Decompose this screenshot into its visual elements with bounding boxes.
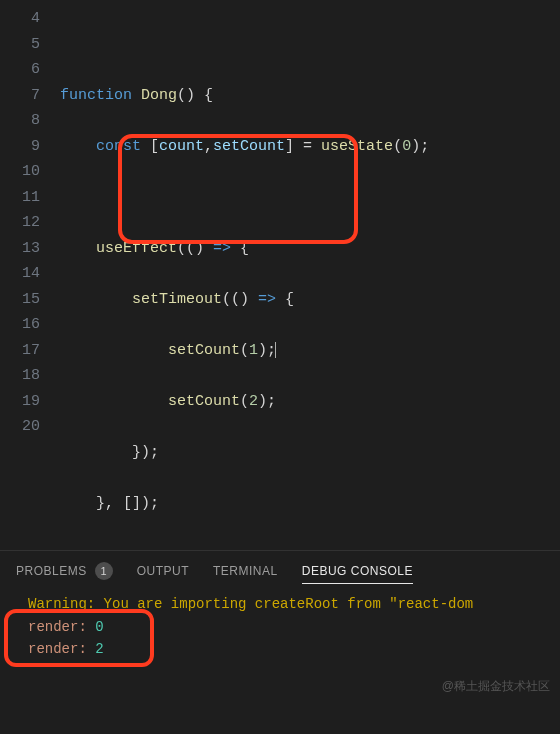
line-number: 9 bbox=[0, 134, 40, 160]
line-number: 4 bbox=[0, 6, 40, 32]
tab-label: OUTPUT bbox=[137, 561, 189, 581]
keyword: function bbox=[60, 87, 132, 104]
panel-tabs: PROBLEMS 1 OUTPUT TERMINAL DEBUG CONSOLE bbox=[0, 551, 560, 587]
punct: () { bbox=[177, 87, 213, 104]
punct: ( bbox=[393, 138, 402, 155]
tab-label: PROBLEMS bbox=[16, 561, 87, 581]
punct: } bbox=[96, 495, 105, 512]
punct: ); bbox=[411, 138, 429, 155]
arrow: => bbox=[213, 240, 231, 257]
punct: , []); bbox=[105, 495, 159, 512]
function-call: useEffect bbox=[96, 240, 177, 257]
punct: { bbox=[231, 240, 249, 257]
line-number: 15 bbox=[0, 287, 40, 313]
arrow: => bbox=[258, 291, 276, 308]
console-line: render: 0 bbox=[28, 616, 550, 638]
line-number: 12 bbox=[0, 210, 40, 236]
line-number: 10 bbox=[0, 159, 40, 185]
variable: setCount bbox=[213, 138, 285, 155]
punct: , bbox=[204, 138, 213, 155]
bottom-panel: PROBLEMS 1 OUTPUT TERMINAL DEBUG CONSOLE… bbox=[0, 550, 560, 734]
text-cursor-icon bbox=[275, 342, 276, 358]
punct: ( bbox=[240, 342, 249, 359]
function-call: setCount bbox=[168, 393, 240, 410]
punct: } bbox=[132, 444, 141, 461]
function-call: setCount bbox=[168, 342, 240, 359]
punct: ] = bbox=[285, 138, 321, 155]
punct: (() bbox=[222, 291, 258, 308]
line-number: 5 bbox=[0, 32, 40, 58]
debug-console-output[interactable]: Warning: You are importing createRoot fr… bbox=[0, 587, 560, 660]
function-name: Dong bbox=[141, 87, 177, 104]
function-call: useState bbox=[321, 138, 393, 155]
punct: ); bbox=[258, 393, 276, 410]
function-call: setTimeout bbox=[132, 291, 222, 308]
punct: { bbox=[276, 291, 294, 308]
line-number: 6 bbox=[0, 57, 40, 83]
punct: ); bbox=[141, 444, 159, 461]
code-content[interactable]: function Dong() { const [count,setCount]… bbox=[60, 6, 560, 550]
line-number: 7 bbox=[0, 83, 40, 109]
punct: (() bbox=[177, 240, 213, 257]
line-number-gutter: 4 5 6 7 8 9 10 11 12 13 14 15 16 17 18 1… bbox=[0, 6, 60, 550]
console-label: render: bbox=[28, 619, 87, 635]
line-number: 11 bbox=[0, 185, 40, 211]
number: 1 bbox=[249, 342, 258, 359]
line-number: 17 bbox=[0, 338, 40, 364]
punct: ( bbox=[240, 393, 249, 410]
tab-label: TERMINAL bbox=[213, 561, 278, 581]
console-value: 2 bbox=[87, 641, 104, 657]
line-number: 19 bbox=[0, 389, 40, 415]
tab-output[interactable]: OUTPUT bbox=[137, 561, 189, 581]
punct: ); bbox=[258, 342, 276, 359]
line-number: 16 bbox=[0, 312, 40, 338]
line-number: 18 bbox=[0, 363, 40, 389]
console-warning: Warning: You are importing createRoot fr… bbox=[28, 593, 550, 615]
tab-debug-console[interactable]: DEBUG CONSOLE bbox=[302, 561, 413, 584]
variable: count bbox=[159, 138, 204, 155]
keyword: const bbox=[96, 138, 141, 155]
line-number: 13 bbox=[0, 236, 40, 262]
line-number: 20 bbox=[0, 414, 40, 440]
line-number: 8 bbox=[0, 108, 40, 134]
console-label: render: bbox=[28, 641, 87, 657]
tab-problems[interactable]: PROBLEMS 1 bbox=[16, 561, 113, 581]
problems-count-badge: 1 bbox=[95, 562, 113, 580]
watermark: @稀土掘金技术社区 bbox=[442, 676, 550, 696]
tab-label: DEBUG CONSOLE bbox=[302, 561, 413, 581]
console-line: render: 2 bbox=[28, 638, 550, 660]
console-value: 0 bbox=[87, 619, 104, 635]
punct: [ bbox=[141, 138, 159, 155]
code-editor[interactable]: 4 5 6 7 8 9 10 11 12 13 14 15 16 17 18 1… bbox=[0, 0, 560, 550]
tab-terminal[interactable]: TERMINAL bbox=[213, 561, 278, 581]
number: 2 bbox=[249, 393, 258, 410]
number: 0 bbox=[402, 138, 411, 155]
line-number: 14 bbox=[0, 261, 40, 287]
